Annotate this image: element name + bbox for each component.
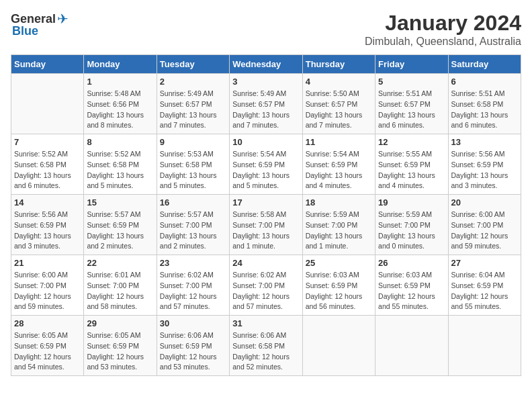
calendar-day-header: Friday [375,55,448,74]
calendar-cell: 31Sunrise: 6:06 AM Sunset: 6:58 PM Dayli… [230,316,302,376]
day-info: Sunrise: 5:51 AM Sunset: 6:58 PM Dayligh… [451,89,518,131]
day-number: 13 [451,137,518,147]
calendar-cell: 19Sunrise: 5:59 AM Sunset: 7:00 PM Dayli… [375,195,448,255]
calendar-cell: 12Sunrise: 5:55 AM Sunset: 6:59 PM Dayli… [375,134,448,195]
calendar-cell: 13Sunrise: 5:56 AM Sunset: 6:59 PM Dayli… [448,134,521,195]
calendar-cell: 21Sunrise: 6:00 AM Sunset: 7:00 PM Dayli… [11,255,84,316]
calendar-cell: 29Sunrise: 6:05 AM Sunset: 6:59 PM Dayli… [84,316,157,376]
day-info: Sunrise: 5:58 AM Sunset: 7:00 PM Dayligh… [232,210,299,252]
calendar-cell: 27Sunrise: 6:04 AM Sunset: 6:59 PM Dayli… [448,255,521,316]
calendar-cell [375,316,448,376]
day-info: Sunrise: 5:52 AM Sunset: 6:58 PM Dayligh… [14,149,81,191]
logo: General ✈ Blue [11,11,69,38]
day-info: Sunrise: 6:00 AM Sunset: 7:00 PM Dayligh… [451,210,518,252]
calendar-cell: 18Sunrise: 5:59 AM Sunset: 7:00 PM Dayli… [302,195,375,255]
calendar-week-row: 7Sunrise: 5:52 AM Sunset: 6:58 PM Daylig… [11,134,521,195]
day-info: Sunrise: 6:04 AM Sunset: 6:59 PM Dayligh… [451,270,518,312]
day-info: Sunrise: 6:02 AM Sunset: 7:00 PM Dayligh… [160,270,226,312]
calendar-cell: 26Sunrise: 6:03 AM Sunset: 6:59 PM Dayli… [375,255,448,316]
day-info: Sunrise: 5:59 AM Sunset: 7:00 PM Dayligh… [306,210,372,252]
calendar-cell: 17Sunrise: 5:58 AM Sunset: 7:00 PM Dayli… [230,195,302,255]
calendar-cell: 15Sunrise: 5:57 AM Sunset: 6:59 PM Dayli… [84,195,157,255]
calendar-day-header: Tuesday [157,55,229,74]
day-info: Sunrise: 6:05 AM Sunset: 6:59 PM Dayligh… [14,330,81,373]
calendar-day-header: Thursday [302,55,375,74]
calendar-cell: 24Sunrise: 6:02 AM Sunset: 7:00 PM Dayli… [230,255,302,316]
calendar-week-row: 21Sunrise: 6:00 AM Sunset: 7:00 PM Dayli… [11,255,521,316]
calendar-header-row: SundayMondayTuesdayWednesdayThursdayFrid… [11,55,521,74]
day-number: 5 [378,77,445,87]
day-number: 6 [451,77,518,87]
calendar-cell [11,74,84,134]
day-number: 12 [378,137,445,147]
day-number: 21 [14,258,81,268]
day-info: Sunrise: 5:51 AM Sunset: 6:57 PM Dayligh… [378,89,445,131]
day-info: Sunrise: 6:03 AM Sunset: 6:59 PM Dayligh… [378,270,445,312]
day-number: 26 [378,258,445,268]
day-info: Sunrise: 5:56 AM Sunset: 6:59 PM Dayligh… [451,149,518,191]
day-number: 10 [232,137,299,147]
calendar-cell: 6Sunrise: 5:51 AM Sunset: 6:58 PM Daylig… [448,74,521,134]
day-number: 19 [378,197,445,208]
day-number: 24 [232,258,299,268]
day-number: 28 [14,318,81,328]
day-number: 31 [232,318,299,328]
calendar-cell: 11Sunrise: 5:54 AM Sunset: 6:59 PM Dayli… [302,134,375,195]
calendar-cell: 20Sunrise: 6:00 AM Sunset: 7:00 PM Dayli… [448,195,521,255]
day-info: Sunrise: 5:57 AM Sunset: 7:00 PM Dayligh… [160,210,226,252]
calendar-week-row: 1Sunrise: 5:48 AM Sunset: 6:56 PM Daylig… [11,74,521,134]
day-info: Sunrise: 5:52 AM Sunset: 6:58 PM Dayligh… [87,149,153,191]
month-title: January 2024 [365,11,521,36]
calendar-cell: 4Sunrise: 5:50 AM Sunset: 6:57 PM Daylig… [302,74,375,134]
day-info: Sunrise: 5:53 AM Sunset: 6:58 PM Dayligh… [160,149,226,191]
day-number: 30 [160,318,226,328]
logo-bird-icon: ✈ [57,11,69,27]
calendar-cell: 10Sunrise: 5:54 AM Sunset: 6:59 PM Dayli… [230,134,302,195]
day-number: 16 [160,197,226,208]
day-number: 29 [87,318,153,328]
day-info: Sunrise: 5:48 AM Sunset: 6:56 PM Dayligh… [87,89,153,131]
page-header: General ✈ Blue January 2024 Dimbulah, Qu… [11,11,521,48]
calendar-week-row: 14Sunrise: 5:56 AM Sunset: 6:59 PM Dayli… [11,195,521,255]
day-number: 2 [160,77,226,87]
day-info: Sunrise: 5:57 AM Sunset: 6:59 PM Dayligh… [87,210,153,252]
calendar-cell: 1Sunrise: 5:48 AM Sunset: 6:56 PM Daylig… [84,74,157,134]
day-info: Sunrise: 6:05 AM Sunset: 6:59 PM Dayligh… [87,330,153,373]
calendar-cell: 9Sunrise: 5:53 AM Sunset: 6:58 PM Daylig… [157,134,229,195]
day-info: Sunrise: 5:49 AM Sunset: 6:57 PM Dayligh… [232,89,299,131]
calendar-cell [448,316,521,376]
calendar-table: SundayMondayTuesdayWednesdayThursdayFrid… [11,54,521,376]
day-number: 3 [232,77,299,87]
day-info: Sunrise: 6:03 AM Sunset: 6:59 PM Dayligh… [306,270,372,312]
calendar-cell: 2Sunrise: 5:49 AM Sunset: 6:57 PM Daylig… [157,74,229,134]
title-section: January 2024 Dimbulah, Queensland, Austr… [365,11,521,48]
day-number: 15 [87,197,153,208]
day-number: 9 [160,137,226,147]
day-info: Sunrise: 5:59 AM Sunset: 7:00 PM Dayligh… [378,210,445,252]
day-info: Sunrise: 5:56 AM Sunset: 6:59 PM Dayligh… [14,210,81,252]
calendar-cell: 14Sunrise: 5:56 AM Sunset: 6:59 PM Dayli… [11,195,84,255]
day-number: 18 [306,197,372,208]
day-info: Sunrise: 6:00 AM Sunset: 7:00 PM Dayligh… [14,270,81,312]
calendar-cell [302,316,375,376]
day-info: Sunrise: 6:01 AM Sunset: 7:00 PM Dayligh… [87,270,153,312]
calendar-cell: 22Sunrise: 6:01 AM Sunset: 7:00 PM Dayli… [84,255,157,316]
calendar-cell: 30Sunrise: 6:06 AM Sunset: 6:59 PM Dayli… [157,316,229,376]
day-number: 8 [87,137,153,147]
day-number: 22 [87,258,153,268]
day-number: 11 [306,137,372,147]
calendar-cell: 3Sunrise: 5:49 AM Sunset: 6:57 PM Daylig… [230,74,302,134]
calendar-cell: 16Sunrise: 5:57 AM Sunset: 7:00 PM Dayli… [157,195,229,255]
calendar-cell: 28Sunrise: 6:05 AM Sunset: 6:59 PM Dayli… [11,316,84,376]
day-info: Sunrise: 5:55 AM Sunset: 6:59 PM Dayligh… [378,149,445,191]
day-number: 1 [87,77,153,87]
calendar-cell: 8Sunrise: 5:52 AM Sunset: 6:58 PM Daylig… [84,134,157,195]
calendar-cell: 5Sunrise: 5:51 AM Sunset: 6:57 PM Daylig… [375,74,448,134]
calendar-week-row: 28Sunrise: 6:05 AM Sunset: 6:59 PM Dayli… [11,316,521,376]
day-info: Sunrise: 5:50 AM Sunset: 6:57 PM Dayligh… [306,89,372,131]
day-info: Sunrise: 5:49 AM Sunset: 6:57 PM Dayligh… [160,89,226,131]
day-number: 14 [14,197,81,208]
day-number: 7 [14,137,81,147]
calendar-day-header: Saturday [448,55,521,74]
logo-blue: Blue [12,24,38,38]
